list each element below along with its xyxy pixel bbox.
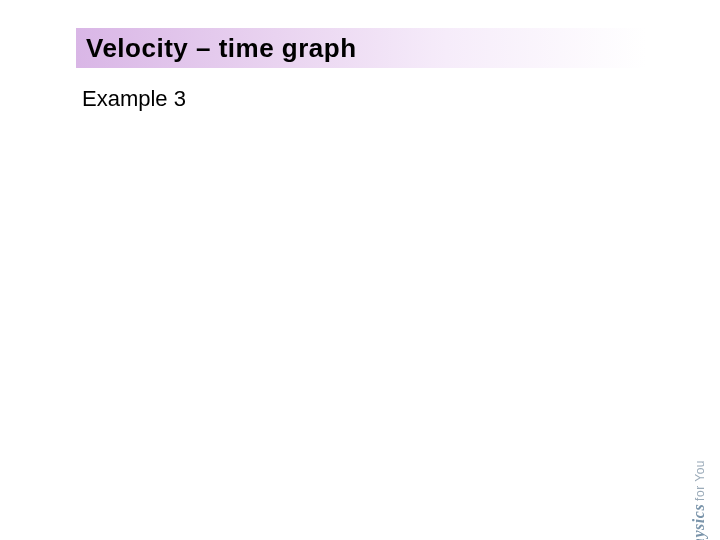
brand-suffix: for You [693,460,707,501]
title-bar: Velocity – time graph [76,28,646,68]
brand-main: Physics [690,504,707,540]
slide-subtitle: Example 3 [82,86,186,112]
slide: Velocity – time graph Example 3 Physicsf… [0,0,720,540]
slide-title: Velocity – time graph [86,33,357,64]
brand-logo: Physicsfor You [690,460,708,540]
